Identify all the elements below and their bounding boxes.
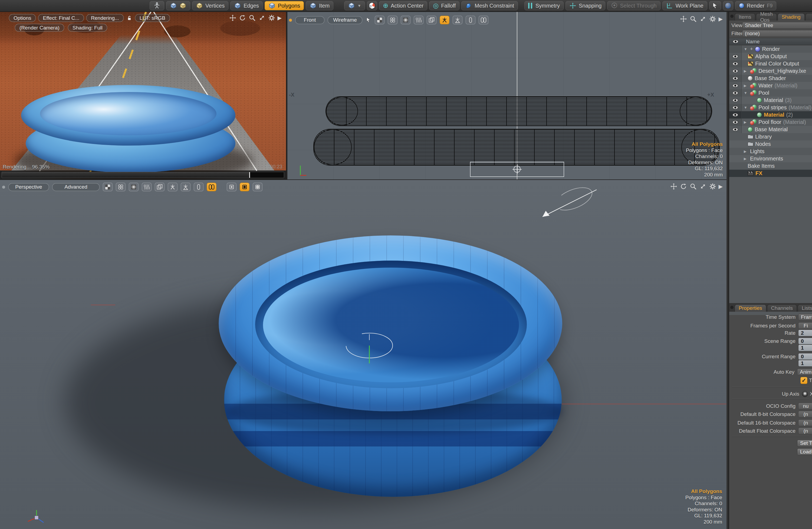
tree-item-render[interactable]: ▼+Render <box>729 45 812 53</box>
action-center-button[interactable]: ⊕ Action Center <box>379 1 427 10</box>
capsule-toggle[interactable] <box>466 16 475 24</box>
tree-item-fx[interactable]: FX <box>729 170 812 177</box>
scene-range-start-field[interactable]: 0 <box>798 338 812 344</box>
rate-field[interactable]: 2 <box>798 330 812 336</box>
tree-item-library[interactable]: Library <box>729 133 812 140</box>
fps-dropdown[interactable]: Fi <box>798 322 812 329</box>
visibility-cell[interactable] <box>729 60 742 67</box>
tree-item-pool-material[interactable]: Material(3) <box>729 97 812 104</box>
lut-dropdown[interactable]: LUT: sRGB <box>135 14 170 22</box>
visibility-cell[interactable] <box>729 82 742 89</box>
checker-toggle[interactable] <box>375 16 385 24</box>
shading-full-dropdown[interactable]: Shading: Full <box>68 24 107 32</box>
action-axis-button[interactable] <box>367 1 377 10</box>
select-through-button[interactable]: ⦿ Select Through <box>607 1 660 10</box>
maximize-icon[interactable] <box>699 183 707 190</box>
viewport-option-toggle-1[interactable] <box>227 183 236 191</box>
tab-items[interactable]: Items <box>735 13 755 20</box>
paint-sphere-button[interactable] <box>723 1 733 10</box>
double-capsule-toggle[interactable] <box>207 183 216 191</box>
tab-lists[interactable]: Lists <box>798 304 812 312</box>
tree-item-nodes[interactable]: Nodes <box>729 140 812 148</box>
gradient-toggle[interactable] <box>129 183 139 191</box>
viewport-option-toggle-2[interactable] <box>240 183 249 191</box>
tree-item-pool-floor[interactable]: ▶Pool floor(Material) <box>729 118 812 126</box>
render-preview-viewport[interactable]: Options Effect: Final C... Rendering... … <box>0 12 286 180</box>
current-range-end-field[interactable]: 1 <box>798 360 812 367</box>
front-viewport[interactable]: -X +X Front Wireframe ▶ All Polygons Pol… <box>287 12 726 180</box>
perspective-shading-dropdown[interactable]: Advanced <box>52 183 100 191</box>
viewport-option-toggle-3[interactable] <box>253 183 262 191</box>
filter-dropdown[interactable]: (none) <box>742 30 812 37</box>
chevron-right-icon[interactable]: ▶ <box>719 183 723 190</box>
visibility-cell[interactable] <box>729 111 742 118</box>
chevron-right-icon[interactable]: ▶ <box>744 84 748 88</box>
render-button[interactable]: Render F9 <box>735 1 777 10</box>
double-capsule-toggle[interactable] <box>479 16 488 24</box>
plus-icon[interactable]: + <box>750 46 753 52</box>
checker-toggle[interactable] <box>103 183 113 191</box>
selection-cursor-button[interactable] <box>709 1 721 10</box>
viewport-splitter-horizontal[interactable] <box>0 180 726 180</box>
cs8-dropdown[interactable]: (n <box>798 411 812 417</box>
tab-properties[interactable]: Properties <box>735 304 766 312</box>
visibility-cell[interactable] <box>729 75 742 82</box>
capsule-toggle[interactable] <box>194 183 203 191</box>
current-range-start-field[interactable]: 0 <box>798 353 812 360</box>
vertices-mode-button[interactable]: Vertices <box>192 1 228 10</box>
tab-shading[interactable]: Shading <box>778 13 805 20</box>
tree-item-alpha-output[interactable]: Alpha Output <box>729 53 812 60</box>
ocio-dropdown[interactable]: nu <box>798 403 812 410</box>
lock-button[interactable] <box>126 14 133 22</box>
mesh-constraint-button[interactable]: Mesh Constraint <box>461 1 518 10</box>
visibility-cell[interactable] <box>729 53 742 60</box>
tree-item-bake-items[interactable]: Bake Items <box>729 162 812 170</box>
gear-icon[interactable] <box>709 15 716 23</box>
visibility-cell[interactable] <box>729 97 742 104</box>
front-shading-dropdown[interactable]: Wireframe <box>328 16 362 24</box>
rendering-button[interactable]: Rendering... <box>86 14 124 22</box>
visibility-cell[interactable] <box>729 118 742 126</box>
snapping-button[interactable]: Snapping <box>566 1 606 10</box>
symmetry-button[interactable]: Symmetry <box>524 1 564 10</box>
pivot-mode-dropdown[interactable]: ▼ <box>344 1 365 10</box>
rotate-icon[interactable] <box>238 14 246 22</box>
chevron-right-icon[interactable]: ▶ <box>278 15 282 21</box>
auto-key-dropdown[interactable]: Anim <box>797 369 812 375</box>
visibility-cell[interactable] <box>729 126 742 133</box>
tab-channels[interactable]: Channels <box>767 304 797 312</box>
tab-partial[interactable] <box>806 13 812 20</box>
options-button[interactable]: Options <box>9 14 36 22</box>
render-camera-dropdown[interactable]: (Render Camera) <box>15 24 64 32</box>
tab-mesh-ops[interactable]: Mesh Ops <box>756 13 777 20</box>
visibility-cell[interactable] <box>729 45 742 53</box>
tree-item-environments[interactable]: ▶Environments <box>729 155 812 162</box>
item-mode-button[interactable]: Item <box>306 1 333 10</box>
rotate-manipulator[interactable] <box>339 329 399 375</box>
chevron-down-icon[interactable]: ▼ <box>744 105 748 110</box>
actor-mode-button[interactable] <box>150 1 164 10</box>
component-modes-button[interactable] <box>166 1 190 10</box>
time-system-dropdown[interactable]: Fram <box>798 314 812 320</box>
work-plane-button[interactable]: Work Plane <box>662 1 707 10</box>
viewport-splitter-vertical[interactable] <box>286 12 287 180</box>
maximize-icon[interactable] <box>699 15 707 23</box>
visibility-cell[interactable] <box>729 67 742 75</box>
chevron-right-icon[interactable]: ▶ <box>744 149 748 154</box>
setup-mode-toggle[interactable] <box>181 183 190 191</box>
tree-item-base-shader[interactable]: Base Shader <box>729 75 812 82</box>
set-time-button[interactable]: Set T <box>797 440 812 447</box>
zoom-icon[interactable] <box>690 15 697 23</box>
tree-item-pool-stripes-material[interactable]: Material(2) <box>729 111 812 118</box>
effect-dropdown[interactable]: Effect: Final C... <box>38 14 84 22</box>
tree-item-pool[interactable]: ▼Pool <box>729 89 812 97</box>
chevron-down-icon[interactable]: ▼ <box>744 91 748 95</box>
tree-item-final-color-output[interactable]: Final Color Output <box>729 60 812 67</box>
polygons-mode-button[interactable]: Polygons <box>265 1 304 10</box>
work-plane-center-handle[interactable] <box>513 166 521 173</box>
symmetry-view-toggle[interactable] <box>116 183 126 191</box>
chevron-right-icon[interactable]: ▶ <box>744 69 748 73</box>
symmetry-view-toggle[interactable] <box>388 16 397 24</box>
zoom-icon[interactable] <box>248 14 256 22</box>
deformers-toggle[interactable] <box>168 183 177 191</box>
